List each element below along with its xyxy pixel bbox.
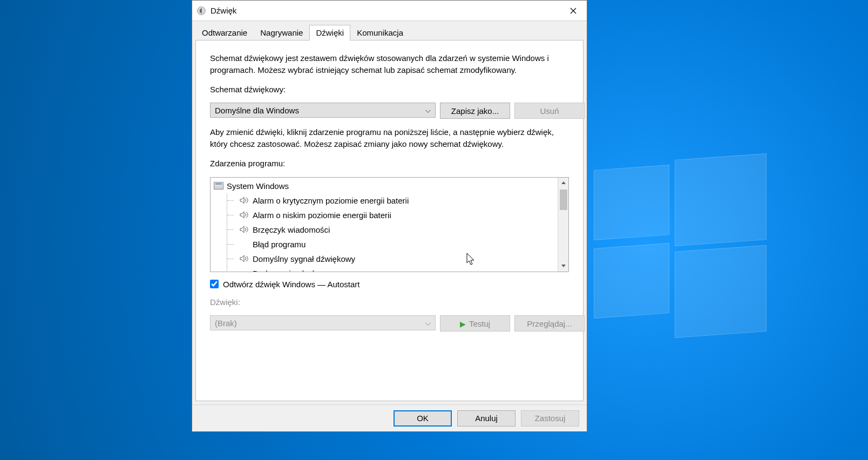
tab-sounds[interactable]: Dźwięki bbox=[309, 25, 350, 40]
speaker-icon bbox=[240, 255, 248, 262]
category-icon bbox=[214, 182, 223, 190]
tree-branch bbox=[227, 252, 238, 266]
tree-root-label: System Windows bbox=[227, 181, 289, 191]
events-tree-body: System Windows Alarm o krytycznym poziom… bbox=[211, 178, 558, 272]
tree-item[interactable]: Błąd programu bbox=[211, 237, 558, 252]
browse-button: Przeglądaj... bbox=[514, 315, 585, 332]
ok-button[interactable]: OK bbox=[394, 410, 452, 427]
chevron-down-icon bbox=[425, 319, 431, 328]
events-tree[interactable]: System Windows Alarm o krytycznym poziom… bbox=[210, 177, 569, 272]
scheme-description: Schemat dźwiękowy jest zestawem dźwięków… bbox=[210, 52, 569, 76]
play-startup-row[interactable]: Odtwórz dźwięk Windows — Autostart bbox=[210, 280, 569, 289]
speaker-icon bbox=[240, 197, 248, 204]
titlebar: Dźwięk bbox=[192, 1, 587, 21]
tree-branch bbox=[227, 266, 238, 272]
tree-item-label: Alarm o niskim poziomie energii baterii bbox=[253, 211, 391, 220]
play-icon: ▶ bbox=[460, 320, 466, 328]
speaker-icon bbox=[240, 269, 248, 272]
tree-branch bbox=[227, 193, 238, 208]
tree-scrollbar[interactable] bbox=[558, 178, 568, 272]
change-help: Aby zmienić dźwięki, kliknij zdarzenie p… bbox=[210, 126, 569, 150]
sound-dialog: Dźwięk Odtwarzanie Nagrywanie Dźwięki Ko… bbox=[192, 0, 587, 432]
tree-branch bbox=[227, 222, 238, 237]
play-startup-checkbox[interactable] bbox=[210, 280, 219, 288]
sound-combo: (Brak) bbox=[210, 315, 436, 330]
speaker-icon bbox=[240, 226, 248, 233]
speaker-icon bbox=[240, 211, 248, 219]
sounds-label: Dźwięki: bbox=[210, 296, 569, 308]
play-startup-label: Odtwórz dźwięk Windows — Autostart bbox=[223, 280, 360, 289]
close-button[interactable] bbox=[560, 1, 587, 21]
tree-branch bbox=[227, 208, 238, 222]
windows-logo bbox=[594, 157, 767, 329]
delete-button: Usuń bbox=[514, 103, 585, 119]
scroll-down-icon[interactable] bbox=[558, 261, 568, 272]
save-as-button[interactable]: Zapisz jako... bbox=[440, 103, 510, 119]
scroll-thumb[interactable] bbox=[560, 190, 567, 210]
test-button: ▶Testuj bbox=[440, 315, 510, 332]
tab-communication[interactable]: Komunikacja bbox=[350, 25, 410, 40]
dialog-button-bar: OK Anuluj Zastosuj bbox=[192, 404, 587, 431]
tree-branch bbox=[227, 237, 238, 252]
tabstrip: Odtwarzanie Nagrywanie Dźwięki Komunikac… bbox=[192, 21, 587, 40]
tree-item[interactable]: Drukowanie ukończone bbox=[211, 266, 558, 272]
tree-item[interactable]: Alarm o niskim poziomie energii baterii bbox=[211, 208, 558, 222]
tree-item-label: Drukowanie ukończone bbox=[253, 269, 337, 272]
tree-root[interactable]: System Windows bbox=[211, 179, 558, 193]
tree-item-label: Domyślny sygnał dźwiękowy bbox=[253, 254, 355, 263]
cancel-button[interactable]: Anuluj bbox=[457, 410, 516, 427]
scroll-up-icon[interactable] bbox=[558, 178, 568, 188]
tree-item-label: Błąd programu bbox=[253, 240, 306, 249]
scheme-combo-value: Domyślne dla Windows bbox=[215, 106, 299, 115]
sound-icon bbox=[196, 6, 206, 16]
tree-item[interactable]: Brzęczyk wiadomości bbox=[211, 222, 558, 237]
tab-panel-sounds: Schemat dźwiękowy jest zestawem dźwięków… bbox=[195, 40, 584, 401]
tree-item-label: Brzęczyk wiadomości bbox=[253, 225, 330, 234]
tab-recording[interactable]: Nagrywanie bbox=[254, 25, 309, 40]
apply-button: Zastosuj bbox=[521, 410, 579, 427]
tree-item[interactable]: Domyślny sygnał dźwiękowy bbox=[211, 252, 558, 266]
chevron-down-icon bbox=[425, 106, 431, 115]
scheme-label: Schemat dźwiękowy: bbox=[210, 84, 569, 96]
window-title: Dźwięk bbox=[211, 6, 560, 15]
sound-combo-value: (Brak) bbox=[215, 319, 237, 328]
tree-item[interactable]: Alarm o krytycznym poziomie energii bate… bbox=[211, 193, 558, 208]
tree-item-label: Alarm o krytycznym poziomie energii bate… bbox=[253, 196, 409, 205]
scheme-combo[interactable]: Domyślne dla Windows bbox=[210, 103, 436, 118]
events-label: Zdarzenia programu: bbox=[210, 158, 569, 170]
speaker-icon bbox=[240, 240, 248, 248]
tab-playback[interactable]: Odtwarzanie bbox=[195, 25, 254, 40]
